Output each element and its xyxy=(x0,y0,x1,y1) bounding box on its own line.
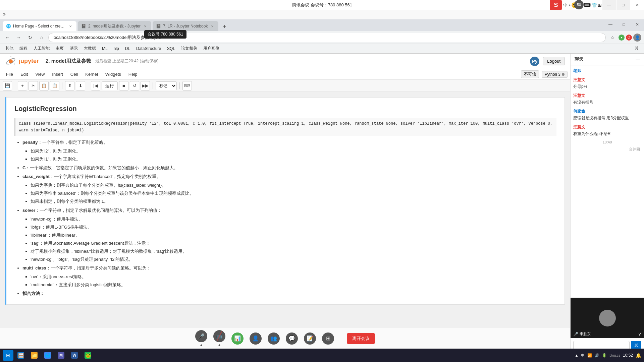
mic-toggle-btn[interactable]: 🎤 xyxy=(195,330,207,342)
taskbar-item-wechat[interactable]: 🐸 xyxy=(82,350,94,361)
bookmark-demo[interactable]: 演示 xyxy=(67,45,80,52)
home-btn[interactable]: ⌂ xyxy=(37,33,46,42)
sub-solver-note: 对于规模小的数据集，'liblinear'比较适用；对于规模大的数据集，'sag… xyxy=(31,248,556,255)
menu-cell[interactable]: Cell xyxy=(67,70,81,78)
mic-arrow[interactable]: ▲ xyxy=(200,343,203,347)
share-screen-btn[interactable]: 📊 xyxy=(231,333,244,345)
save-btn[interactable]: 💾 xyxy=(3,81,12,90)
toolbar-sep3 xyxy=(88,82,88,89)
video-expand-btn[interactable]: ∨ xyxy=(638,331,641,337)
bookmark-ml[interactable]: ML xyxy=(99,45,110,52)
run-btn[interactable]: 运行 xyxy=(102,81,118,90)
taskbar-item-teams[interactable]: M xyxy=(55,350,67,361)
notebook-content: LogisticRegression class sklearn.linear_… xyxy=(0,92,570,362)
copy-btn[interactable]: 📋 xyxy=(39,81,49,90)
toolbar-sep4 xyxy=(153,82,153,89)
bookmark-bigdata[interactable]: 大数据 xyxy=(81,45,99,52)
move-down-btn[interactable]: ⬇ xyxy=(76,81,85,90)
run-prev-btn[interactable]: |◀ xyxy=(91,81,100,90)
bookmark-papers[interactable]: 论文相关 xyxy=(178,45,200,52)
cell-type-select[interactable]: 标记 Code Raw xyxy=(156,81,177,90)
restart-btn[interactable]: ↺ xyxy=(130,81,139,90)
bookmark-ds[interactable]: DataStructure xyxy=(133,45,164,52)
tray-zh-icon[interactable]: 中 xyxy=(581,353,585,358)
stop-btn[interactable]: ■ xyxy=(119,81,128,90)
chat-btn[interactable]: 💬 xyxy=(286,333,298,345)
notebook-title: 2. model用法及参数 xyxy=(46,58,91,64)
bookmark-ai[interactable]: 人工智能 xyxy=(31,45,52,52)
sub-penalty-l2: 如果为'l2'，则为 正则化。 xyxy=(31,147,556,155)
bookmark-other[interactable]: 其他 xyxy=(3,45,16,52)
cut-btn[interactable]: ✂ xyxy=(29,81,38,90)
tab-home-close[interactable]: ✕ xyxy=(68,24,73,29)
run-all-btn[interactable]: ▶▶ xyxy=(141,81,150,90)
menu-widgets[interactable]: Widgets xyxy=(102,70,124,78)
move-up-btn[interactable]: ⬆ xyxy=(65,81,74,90)
bookmark-sql[interactable]: SQL xyxy=(164,45,178,52)
menu-view[interactable]: View xyxy=(32,70,48,78)
menu-insert[interactable]: Insert xyxy=(49,70,66,78)
cell-title: LogisticRegression xyxy=(14,103,556,114)
tab-lr-close[interactable]: ✕ xyxy=(210,24,215,29)
video-name: 🎤 李胜东 xyxy=(573,331,591,337)
reload-btn[interactable]: ↻ xyxy=(25,33,35,42)
bookmark-home[interactable]: 主页 xyxy=(53,45,66,52)
participants-btn[interactable]: 👥 xyxy=(268,333,280,345)
win-close-btn[interactable]: ✕ xyxy=(631,19,644,29)
taskbar-item-word[interactable]: W xyxy=(68,350,80,361)
menu-help[interactable]: Help xyxy=(125,70,141,78)
taskbar-item-explorer[interactable]: 📁 xyxy=(28,350,40,361)
camera-toggle-btn[interactable]: 📹 ╱ xyxy=(213,330,225,342)
chat-sender-teacher: 老师 xyxy=(573,68,641,74)
address-input[interactable] xyxy=(48,33,606,42)
camera-arrow[interactable]: ▲ xyxy=(218,343,221,347)
opera-icon[interactable]: O xyxy=(626,35,632,41)
paste-btn[interactable]: 📋 xyxy=(50,81,59,90)
taskbar-item-windows[interactable]: 🪟 xyxy=(15,350,27,361)
start-btn[interactable]: ⊞ xyxy=(3,350,13,361)
win-restore-btn[interactable]: □ xyxy=(617,19,631,29)
new-tab-btn[interactable]: + xyxy=(220,22,229,31)
menu-kernel[interactable]: Kernel xyxy=(82,70,101,78)
tray-vol-icon: 🔊 xyxy=(595,353,599,358)
chat-messages: 老师 汪慧文 分母p+r 汪慧文 有没有括号 何家鑫 应该就是没有括号,用β分配… xyxy=(571,65,644,298)
leave-meeting-btn[interactable]: 离开会议 xyxy=(347,333,375,344)
menu-file[interactable]: File xyxy=(3,70,16,78)
bookmark-nlp[interactable]: nlp xyxy=(111,45,122,52)
add-person-btn[interactable]: 👤 xyxy=(250,333,262,345)
tab-model-close[interactable]: ✕ xyxy=(143,24,148,29)
bookmark-programming[interactable]: 编程 xyxy=(17,45,30,52)
forward-btn[interactable]: → xyxy=(14,33,23,42)
chat-msg-4: 汪慧文 权重为什么给p不给R xyxy=(573,124,641,137)
tray-battery-icon: 🔋 xyxy=(602,353,607,358)
keyboard-shortcuts-btn[interactable]: ⌨ xyxy=(182,81,192,90)
tab-model[interactable]: 📓 2. model用法及参数 - Jupyter ✕ xyxy=(78,21,151,31)
bookmark-user[interactable]: 用户画像 xyxy=(201,45,222,52)
menu-edit[interactable]: Edit xyxy=(17,70,31,78)
jupyter-logo: jupyter xyxy=(5,56,39,67)
logout-btn[interactable]: Logout xyxy=(543,57,565,65)
add-cell-btn[interactable]: + xyxy=(18,81,27,90)
tab-lr[interactable]: 📓 7. LR - Jupyter Notebook ✕ xyxy=(153,21,218,31)
taskbar-item-chrome[interactable]: 🌐 xyxy=(42,350,54,361)
back-btn[interactable]: ← xyxy=(3,33,12,42)
tray-up-icon[interactable]: ▲ xyxy=(575,353,578,357)
sub-mc-ovr: 'ovr'：采用one-vs-rest策略。 xyxy=(31,273,556,281)
param-fit: 拟合方法： xyxy=(22,290,556,297)
chat-close-btn[interactable]: — xyxy=(636,57,640,62)
notes-btn[interactable]: 📝 xyxy=(304,333,316,345)
browser-minimize-btn[interactable]: — xyxy=(602,0,616,10)
browser-close-btn[interactable]: ✕ xyxy=(631,0,644,10)
bookmark-dl[interactable]: DL xyxy=(122,45,133,52)
tray-notification-icon[interactable]: 🔔 xyxy=(636,353,641,358)
chat-text-4: 权重为什么给p不给R xyxy=(573,131,641,137)
user-profile-icon[interactable]: 👤 xyxy=(633,34,641,42)
win-minimize-btn[interactable]: — xyxy=(604,19,617,29)
bookmark-more[interactable]: 其 xyxy=(632,45,641,52)
grid-view-btn[interactable]: ⊞ xyxy=(322,333,334,345)
bookmark-star-icon[interactable]: ☆ xyxy=(608,33,617,42)
browser-restore-btn[interactable]: □ xyxy=(616,0,630,10)
chat-text-3: 应该就是没有括号,用β分配权重 xyxy=(573,115,641,121)
tab-home[interactable]: 🌐 Home Page - Select or create ✕ xyxy=(3,21,76,31)
extension-icon[interactable]: ● xyxy=(619,35,625,41)
